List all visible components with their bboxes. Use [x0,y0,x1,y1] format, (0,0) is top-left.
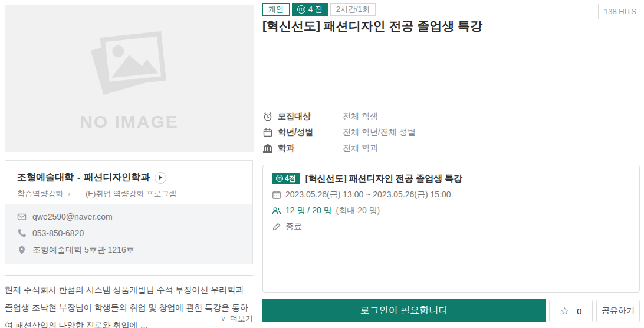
organization-name: 조형예술대학 - 패션디자인학과 [17,171,241,184]
info-value: 전체 학년/전체 성별 [343,127,416,138]
divider [5,275,253,276]
phone-icon [17,228,27,238]
capacity-max: (최대 20 명) [336,206,380,216]
contact-email: qwe2590@naver.com [17,212,241,221]
contact-phone: 053-850-6820 [17,228,241,238]
contact-location: 조형예술대학 5호관 1216호 [17,245,241,256]
organization-card: 조형예술대학 - 패션디자인학과 학습역량강화 › (E)취업 역량강화 프로그… [5,160,253,264]
map-pin-icon [17,246,27,255]
breadcrumb: 학습역량강화 › (E)취업 역량강화 프로그램 [17,188,241,199]
mail-icon [17,212,27,221]
program-info-list: 모집대상 전체 학생 학년/성별 전체 학년/전체 성별 학과 전체 학과 [262,111,416,154]
mileage-m-icon: m [297,5,305,14]
no-image-icon [85,25,173,101]
page-title: [혁신선도] 패션디자인 전공 졸업생 특강 [262,18,593,34]
badge-row: 개인 m 4 점 2시간/1회 [262,3,376,16]
info-label: 학과 [278,143,327,154]
badge-personal: 개인 [262,3,290,16]
info-value: 전체 학과 [343,143,378,154]
contact-list: qwe2590@naver.com 053-850-6820 조형예술대학 5호… [5,204,252,264]
schedule-date: 2023.05.26(금) 13:00 ~ 2023.05.26(금) 15:0… [285,190,451,200]
schedule-title: [혁신선도] 패션디자인 전공 졸업생 특강 [305,173,463,184]
name-separator: - [77,173,80,183]
schedule-status-row: 종료 [272,221,630,232]
favorite-button[interactable]: ☆ 0 [549,300,593,322]
info-row-grade-gender: 학년/성별 전체 학년/전체 성별 [262,127,416,138]
chevron-down-icon: ∨ [221,315,225,322]
pen-icon [272,222,281,231]
hits-counter: 138 HITS [598,4,642,19]
badge-mileage-points: m 4 점 [292,3,328,16]
info-row-target: 모집대상 전체 학생 [262,111,416,122]
bank-icon [262,143,273,154]
mileage-m-icon: m [276,175,283,182]
info-value: 전체 학생 [343,111,378,122]
share-button[interactable]: 공유하기 [596,300,640,322]
department-name: 패션디자인학과 [84,171,150,184]
contact-email-value: qwe2590@naver.com [32,212,113,221]
college-name: 조형예술대학 [17,171,74,184]
info-label: 모집대상 [278,111,327,122]
schedule-points-label: 4점 [285,174,296,184]
schedule-card: m 4점 [혁신선도] 패션디자인 전공 졸업생 특강 2023.05.26(금… [262,165,640,293]
play-button[interactable] [155,172,166,184]
login-required-button[interactable]: 로그인이 필요합니다 [262,299,546,322]
program-thumbnail: NO IMAGE [5,5,254,152]
badge-duration: 2시간/1회 [330,3,376,16]
show-more-button[interactable]: ∨ 더보기 [5,313,253,324]
breadcrumb-program[interactable]: (E)취업 역량강화 프로그램 [86,188,177,199]
favorite-count: 0 [577,306,581,316]
show-more-label: 더보기 [230,314,253,323]
info-label: 학년/성별 [278,127,327,138]
calendar-icon [272,190,281,200]
contact-location-value: 조형예술대학 5호관 1216호 [32,245,134,256]
people-icon [272,206,281,216]
no-image-label: NO IMAGE [80,112,179,132]
schedule-date-row: 2023.05.26(금) 13:00 ~ 2023.05.26(금) 15:0… [272,190,630,200]
breadcrumb-category[interactable]: 학습역량강화 [17,188,63,199]
alarm-clock-icon [262,111,273,122]
schedule-status: 종료 [285,221,302,232]
schedule-capacity-row: 12 명 / 20 명 (최대 20 명) [272,206,630,216]
chevron-right-icon: › [68,190,70,198]
calendar-icon [262,127,273,138]
capacity-current: 12 명 / 20 명 [285,206,332,216]
contact-phone-value: 053-850-6820 [32,228,84,238]
info-row-department: 학과 전체 학과 [262,143,416,154]
schedule-points-badge: m 4점 [272,173,300,184]
star-icon: ☆ [560,306,569,316]
badge-points-label: 4 점 [308,4,323,15]
